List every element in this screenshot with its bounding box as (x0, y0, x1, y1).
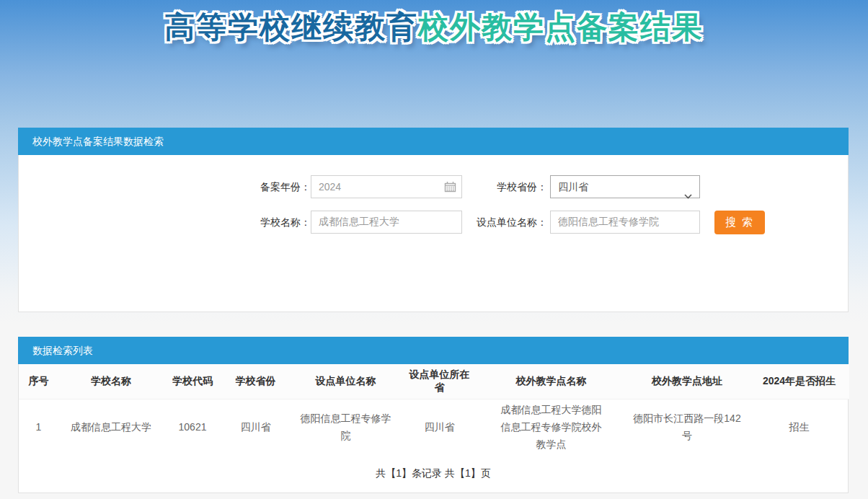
cell-index: 1 (19, 399, 58, 454)
school-province-selected-value: 四川省 (558, 181, 588, 193)
col-header-unit-name: 设点单位名称 (290, 364, 402, 399)
col-header-site-name: 校外教学点名称 (477, 364, 625, 399)
search-button[interactable]: 搜 索 (714, 211, 765, 234)
cell-unit-province: 四川省 (402, 399, 477, 454)
search-panel-header: 校外教学点备案结果数据检索 (18, 128, 849, 155)
results-panel-header: 数据检索列表 (18, 337, 849, 364)
chevron-down-icon (684, 185, 692, 206)
pagination-summary: 共【1】条记录 共【1】页 (19, 454, 848, 493)
results-panel: 数据检索列表 序号 学校名称 学校代码 学校省份 设点单位名称 设点单位所在省 … (18, 337, 849, 493)
cell-site-name: 成都信息工程大学德阳信息工程专修学院校外教学点 (477, 399, 625, 454)
unit-name-label: 设点单位名称： (425, 211, 547, 234)
page-title-part1: 高等学校继续教育 (164, 10, 418, 44)
cell-unit-name: 德阳信息工程专修学院 (290, 399, 402, 454)
school-province-label: 学校省份： (425, 175, 547, 198)
banner: 高等学校继续教育校外教学点备案结果 (0, 9, 868, 46)
cell-site-address: 德阳市长江西路一段142号 (625, 399, 749, 454)
search-form: 备案年份： 学校省份： 四川省 学校名称： 设点单位名称： 搜 索 (18, 155, 849, 312)
cell-school-province: 四川省 (221, 399, 290, 454)
table-header-row: 序号 学校名称 学校代码 学校省份 设点单位名称 设点单位所在省 校外教学点名称… (19, 364, 849, 399)
col-header-site-address: 校外教学点地址 (625, 364, 749, 399)
page-title: 高等学校继续教育校外教学点备案结果 (0, 9, 868, 46)
cell-school-name: 成都信息工程大学 (58, 399, 164, 454)
col-header-enrollment: 2024年是否招生 (749, 364, 849, 399)
cell-school-code: 10621 (164, 399, 221, 454)
results-table-container: 序号 学校名称 学校代码 学校省份 设点单位名称 设点单位所在省 校外教学点名称… (18, 364, 849, 493)
school-name-label: 学校名称： (188, 211, 311, 234)
unit-name-input[interactable] (550, 211, 700, 234)
year-label: 备案年份： (188, 175, 311, 198)
col-header-index: 序号 (19, 364, 58, 399)
table-row: 1 成都信息工程大学 10621 四川省 德阳信息工程专修学院 四川省 成都信息… (19, 399, 849, 454)
col-header-school-code: 学校代码 (164, 364, 221, 399)
page-title-part2: 校外教学点备案结果 (418, 10, 704, 44)
cell-enrollment: 招生 (749, 399, 849, 454)
col-header-school-name: 学校名称 (58, 364, 164, 399)
school-province-select[interactable]: 四川省 (550, 175, 700, 198)
col-header-unit-province: 设点单位所在省 (402, 364, 477, 399)
search-panel: 校外教学点备案结果数据检索 备案年份： 学校省份： 四川省 学校名称： 设点单位… (18, 128, 849, 312)
results-table: 序号 学校名称 学校代码 学校省份 设点单位名称 设点单位所在省 校外教学点名称… (19, 364, 849, 454)
col-header-school-province: 学校省份 (221, 364, 290, 399)
